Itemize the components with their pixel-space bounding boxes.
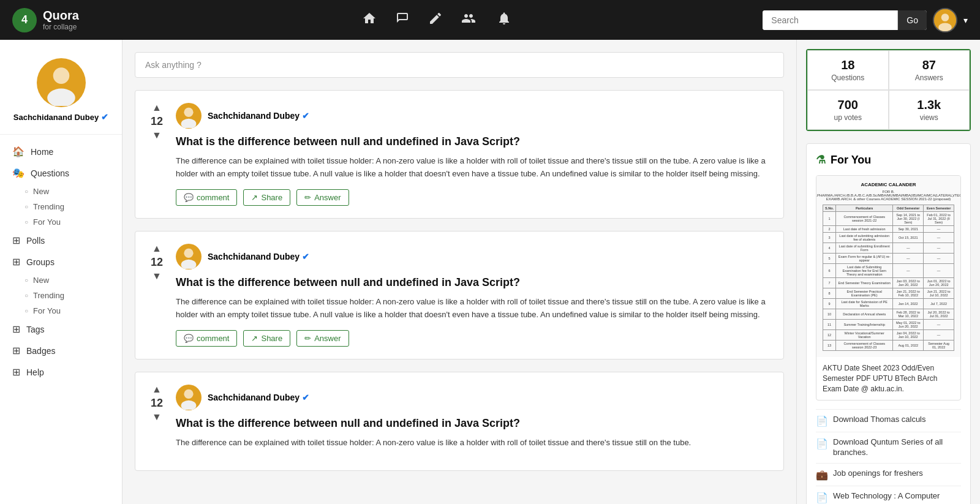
upvote-button[interactable]: ▲	[152, 103, 162, 113]
resource-item-2[interactable]: 💼 Job openings for freshers	[816, 463, 961, 486]
sidebar-item-home[interactable]: 🏠 Home	[0, 141, 122, 162]
resource-item-0[interactable]: 📄 Download Thomas calculs	[816, 409, 961, 432]
post-author-avatar[interactable]	[176, 244, 202, 269]
pdf-icon: 📄	[816, 415, 828, 427]
resource-item-1[interactable]: 📄 Download Quntum Series of all branches…	[816, 432, 961, 463]
vote-section: ▲ 12 ▼	[148, 103, 166, 206]
post-title: What is the difference between null and …	[176, 276, 771, 290]
verified-icon: ✔	[101, 112, 108, 122]
bullet-icon: ○	[24, 188, 28, 195]
sidebar-item-tags[interactable]: ⊞ Tags	[0, 318, 122, 340]
answers-nav-icon[interactable]	[395, 11, 410, 29]
app-name: Quora	[43, 9, 79, 23]
sidebar-avatar[interactable]	[37, 58, 86, 107]
calendar-table: S.No. Particulars Odd Semester Even Seme…	[823, 205, 954, 351]
share-button[interactable]: ↗ Share	[243, 189, 290, 206]
comment-button[interactable]: 💬 comment	[176, 330, 237, 347]
for-you-title: ⚗ For You	[816, 153, 961, 167]
sidebar-sub-groups-new[interactable]: ○ New	[0, 273, 122, 288]
share-button[interactable]: ↗ Share	[243, 330, 290, 347]
questions-icon: 🎭	[12, 167, 24, 179]
sidebar-item-questions[interactable]: 🎭 Questions	[0, 162, 122, 184]
post-header: Sachchidanand Dubey ✔	[176, 244, 771, 269]
svg-point-10	[184, 249, 193, 258]
search-box: Go	[763, 10, 927, 30]
main-header: 4 Quora for collage Go	[0, 0, 980, 40]
comment-button[interactable]: 💬 comment	[176, 189, 237, 206]
svg-point-1	[941, 13, 949, 21]
search-go-button[interactable]: Go	[897, 10, 927, 30]
post-author-avatar[interactable]	[176, 103, 202, 129]
post-body: The difference can be explained with toi…	[176, 437, 771, 449]
sidebar-sub-questions-foryou[interactable]: ○ For You	[0, 214, 122, 230]
app-subtitle: for collage	[43, 23, 79, 31]
sidebar-profile: Sachchidanand Dubey ✔	[0, 52, 122, 135]
post-title: What is the difference between null and …	[176, 135, 771, 149]
bullet-icon: ○	[24, 219, 28, 225]
write-nav-icon[interactable]	[428, 11, 443, 29]
sidebar-item-help[interactable]: ⊞ Help	[0, 361, 122, 383]
notifications-nav-icon[interactable]	[497, 11, 511, 29]
post-title: What is the difference between null and …	[176, 416, 771, 431]
home-nav-icon[interactable]	[362, 11, 377, 29]
sidebar-sub-questions-new[interactable]: ○ New	[0, 184, 122, 199]
search-input[interactable]	[763, 10, 897, 30]
sidebar: Sachchidanand Dubey ✔ 🏠 Home 🎭 Questions…	[0, 40, 123, 504]
page-container: Sachchidanand Dubey ✔ 🏠 Home 🎭 Questions…	[0, 40, 980, 504]
sidebar-item-polls[interactable]: ⊞ Polls	[0, 230, 122, 251]
for-you-section: ⚗ For You ACADEMIC CALANDER FOR B. TECH.…	[806, 143, 971, 504]
logo[interactable]: 4 Quora for collage	[12, 8, 110, 32]
post-header: Sachchidanand Dubey ✔	[176, 385, 771, 410]
briefcase-icon: 💼	[816, 469, 828, 481]
ask-box[interactable]: Ask anything ?	[135, 52, 784, 78]
upvote-button[interactable]: ▲	[152, 385, 162, 394]
stat-views: 1.3k views	[889, 90, 970, 130]
answer-button[interactable]: ✏ Answer	[296, 189, 349, 206]
calendar-card[interactable]: ACADEMIC CALANDER FOR B. TECH./B.PHARMA.…	[816, 175, 961, 401]
comment-icon: 💬	[184, 193, 194, 202]
header-right: Go ▾	[763, 8, 968, 32]
vote-count: 12	[151, 115, 163, 128]
calendar-image: ACADEMIC CALANDER FOR B. TECH./B.PHARMA.…	[816, 176, 960, 357]
post-author-avatar[interactable]	[176, 385, 202, 410]
post-card: ▲ 12 ▼	[135, 231, 784, 359]
vote-section: ▲ 12 ▼	[148, 244, 166, 347]
post-author-name: Sachchidanand Dubey ✔	[208, 111, 309, 121]
post-header: Sachchidanand Dubey ✔	[176, 103, 771, 129]
avatar-dropdown-icon[interactable]: ▾	[963, 15, 968, 25]
sidebar-sub-groups-trending[interactable]: ○ Trending	[0, 288, 122, 303]
downvote-button[interactable]: ▼	[152, 130, 162, 140]
sidebar-sub-questions-trending[interactable]: ○ Trending	[0, 199, 122, 214]
stat-answers: 87 Answers	[889, 50, 970, 90]
svg-point-13	[184, 389, 193, 399]
post-card: ▲ 12 ▼	[135, 372, 784, 471]
sidebar-item-groups[interactable]: ⊞ Groups	[0, 251, 122, 273]
downvote-button[interactable]: ▼	[152, 412, 162, 422]
svg-point-4	[53, 67, 69, 84]
main-content: Ask anything ? ▲ 12 ▼	[123, 40, 796, 504]
user-avatar-button[interactable]	[933, 8, 957, 32]
badges-icon: ⊞	[12, 345, 20, 356]
main-nav	[110, 11, 763, 29]
right-panel: 18 Questions 87 Answers 700 up votes 1.3…	[796, 40, 980, 504]
people-nav-icon[interactable]	[461, 11, 478, 29]
vote-section: ▲ 12 ▼	[148, 385, 166, 458]
bullet-icon: ○	[24, 307, 28, 314]
post-actions: 💬 comment ↗ Share ✏ Answer	[176, 330, 771, 347]
vote-count: 12	[151, 256, 163, 269]
tags-icon: ⊞	[12, 323, 20, 335]
comment-icon: 💬	[184, 334, 194, 343]
sidebar-sub-groups-foryou[interactable]: ○ For You	[0, 303, 122, 318]
pdf-icon: 📄	[816, 438, 828, 449]
upvote-button[interactable]: ▲	[152, 244, 162, 254]
resource-item-3[interactable]: 📄 Web Technology : A Computer	[816, 486, 961, 504]
help-icon: ⊞	[12, 366, 20, 378]
flask-icon: ⚗	[816, 153, 826, 167]
answer-button[interactable]: ✏ Answer	[296, 330, 349, 347]
home-icon: 🏠	[12, 146, 24, 157]
downvote-button[interactable]: ▼	[152, 271, 162, 281]
sidebar-item-badges[interactable]: ⊞ Badges	[0, 340, 122, 361]
stat-questions: 18 Questions	[807, 50, 889, 90]
sidebar-username: Sachchidanand Dubey ✔	[13, 112, 108, 122]
calendar-card-text: AKTU Date Sheet 2023 Odd/Even Semester P…	[816, 357, 960, 400]
